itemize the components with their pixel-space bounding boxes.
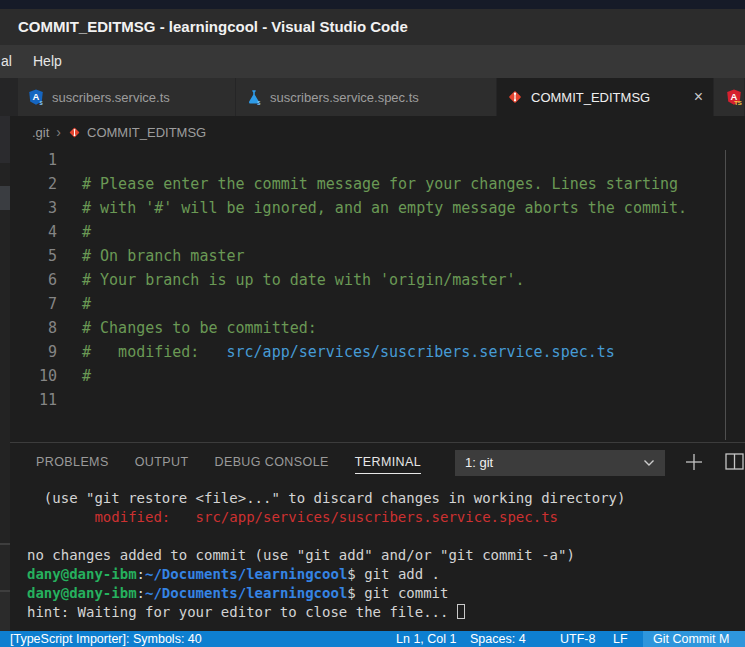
menu-item-terminal-truncated[interactable]: al — [1, 45, 12, 78]
git-icon — [507, 89, 523, 105]
split-terminal-icon[interactable] — [725, 453, 745, 471]
breadcrumb-separator-icon: › — [56, 124, 61, 140]
left-strip-block — [0, 116, 10, 163]
menu-item-help[interactable]: Help — [33, 45, 62, 78]
code-line: 7# — [0, 292, 724, 316]
text-segment: dany@dany-ibm — [27, 566, 137, 582]
svg-text:s: s — [39, 99, 43, 106]
code-line: 8# Changes to be committed: — [0, 316, 724, 340]
window-title: COMMIT_EDITMSG - learningcool - Visual S… — [18, 18, 408, 35]
text-segment: ~/Documents/learningcool — [145, 585, 347, 601]
terminal-line — [0, 527, 745, 546]
indentation-indicator[interactable]: Spaces: 4 — [470, 631, 526, 647]
terminal-instance-label: 1: git — [465, 455, 493, 470]
chevron-down-icon — [643, 459, 655, 467]
eol-indicator[interactable]: LF — [613, 631, 628, 647]
code-line: 1 — [0, 148, 724, 172]
code-line: 2# Please enter the commit message for y… — [0, 172, 724, 196]
text-segment: : — [137, 585, 145, 601]
left-edge-strip — [0, 116, 10, 631]
terminal-line: (use "git restore <file>..." to discard … — [0, 489, 745, 508]
tab-label: suscribers.service.ts — [52, 90, 170, 105]
text-segment: $ git add . — [347, 566, 440, 582]
text-segment: ~/Documents/learningcool — [145, 566, 347, 582]
panel-tab-terminal[interactable]: TERMINAL — [355, 443, 421, 481]
breadcrumb-folder[interactable]: .git — [32, 125, 49, 140]
breadcrumb[interactable]: .git › COMMIT_EDITMSG — [0, 116, 745, 148]
terminal-output[interactable]: (use "git restore <file>..." to discard … — [0, 481, 745, 631]
tab-partial-angular-file[interactable]: ATS — [714, 78, 745, 116]
svg-text:TS: TS — [734, 100, 742, 105]
desktop-top-strip — [0, 0, 745, 9]
typescript-importer-status[interactable]: [TypeScript Importer]: Symbols: 40 — [10, 631, 202, 647]
editor-overview-ruler — [725, 150, 726, 440]
code-line: 4# — [0, 220, 724, 244]
git-commit-message-button[interactable]: Git Commit M — [643, 631, 745, 647]
text-segment: no changes added to commit (use "git add… — [27, 547, 575, 563]
text-segment: # modified: — [82, 343, 227, 361]
text-segment: # Your branch is up to date with 'origin… — [82, 271, 525, 289]
terminal-line: hint: Waiting for your editor to close t… — [0, 603, 745, 622]
panel-tab-output[interactable]: OUTPUT — [135, 443, 189, 481]
menu-bar: al Help — [0, 45, 745, 78]
close-icon[interactable]: × — [694, 89, 703, 105]
text-segment: (use "git restore <file>..." to discard … — [27, 490, 625, 506]
text-segment: # — [82, 367, 91, 385]
terminal-line: dany@dany-ibm:~/Documents/learningcool$ … — [0, 565, 745, 584]
text-segment: # — [82, 295, 91, 313]
cursor-position-indicator[interactable]: Ln 1, Col 1 — [396, 631, 456, 647]
text-segment: $ git commit — [347, 585, 448, 601]
window-titlebar[interactable]: COMMIT_EDITMSG - learningcool - Visual S… — [0, 9, 745, 45]
terminal-cursor — [457, 604, 465, 619]
text-segment: hint: Waiting for your editor to close t… — [27, 604, 457, 620]
new-terminal-icon[interactable] — [683, 451, 705, 473]
svg-text:s: s — [257, 99, 261, 105]
panel-tab-debug-console[interactable]: DEBUG CONSOLE — [214, 443, 328, 481]
text-segment: # with '#' will be ignored, and an empty… — [82, 199, 687, 217]
text-segment: # Changes to be committed: — [82, 319, 317, 337]
tab-commit-editmsg[interactable]: COMMIT_EDITMSG× — [497, 78, 714, 116]
git-icon — [68, 126, 81, 139]
angular-icon: ATS — [726, 89, 742, 105]
text-segment: modified: src/app/services/suscribers.se… — [27, 509, 558, 525]
text-segment: dany@dany-ibm — [27, 585, 137, 601]
code-line: 9# modified: src/app/services/suscribers… — [0, 340, 724, 364]
terminal-line: dany@dany-ibm:~/Documents/learningcool$ … — [0, 584, 745, 603]
status-bar: [TypeScript Importer]: Symbols: 40 Ln 1,… — [0, 631, 745, 647]
code-line: 11 — [0, 388, 724, 412]
encoding-indicator[interactable]: UTF-8 — [560, 631, 595, 647]
tab-suscribers-service-ts[interactable]: Assuscribers.service.ts — [18, 78, 236, 116]
left-strip-block — [0, 592, 10, 631]
code-line: 10# — [0, 364, 724, 388]
code-editor[interactable]: 12# Please enter the commit message for … — [0, 148, 724, 441]
vscode-window: COMMIT_EDITMSG - learningcool - Visual S… — [0, 0, 745, 647]
left-strip-block — [0, 545, 10, 590]
left-strip-block — [0, 186, 10, 210]
text-segment: # Please enter the commit message for yo… — [82, 175, 678, 193]
text-segment: src/app/services/suscribers.service.spec… — [227, 343, 615, 361]
angular-spec-icon: s — [246, 89, 262, 105]
terminal-line: modified: src/app/services/suscribers.se… — [0, 508, 745, 527]
code-line: 6# Your branch is up to date with 'origi… — [0, 268, 724, 292]
terminal-instance-select[interactable]: 1: git — [455, 450, 665, 476]
text-segment: # On branch master — [82, 247, 245, 265]
tab-suscribers-service-spec-ts[interactable]: ssuscribers.service.spec.ts — [236, 78, 497, 116]
breadcrumb-file[interactable]: COMMIT_EDITMSG — [87, 125, 206, 140]
angular-service-icon: As — [28, 89, 44, 105]
tab-label: suscribers.service.spec.ts — [270, 90, 419, 105]
text-segment: # — [82, 223, 91, 241]
code-line: 3# with '#' will be ignored, and an empt… — [0, 196, 724, 220]
panel-tab-problems[interactable]: PROBLEMS — [36, 443, 109, 481]
text-segment: : — [137, 566, 145, 582]
terminal-line: no changes added to commit (use "git add… — [0, 546, 745, 565]
code-line: 5# On branch master — [0, 244, 724, 268]
editor-tab-bar: Assuscribers.service.tsssuscribers.servi… — [0, 78, 745, 116]
tab-label: COMMIT_EDITMSG — [531, 90, 650, 105]
